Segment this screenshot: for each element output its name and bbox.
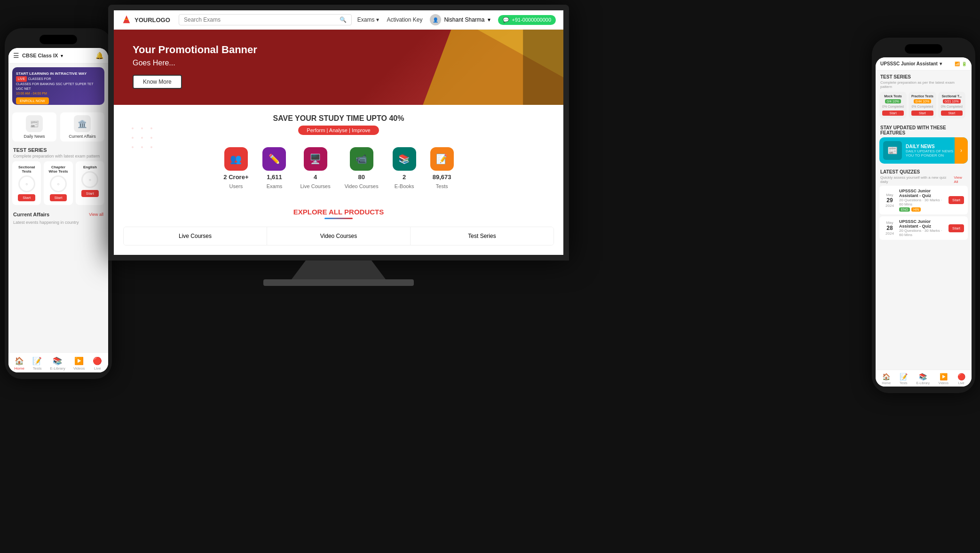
rphone-nav-home[interactable]: 🏠 Home (882, 373, 891, 385)
tests-icon: 📝 (436, 153, 448, 165)
svg-point-6 (141, 127, 143, 129)
phone-nav-videos[interactable]: ▶️ Videos (73, 356, 85, 371)
rphone-nav-elibrary[interactable]: 📚 E-Library (916, 373, 929, 385)
rphone-chevron-icon: ▾ (940, 61, 942, 66)
rphone-live-label: Live (958, 381, 964, 385)
video-courses-icon-wrap: 📹 (350, 147, 373, 171)
rphone-practice-tests-card[interactable]: Practice Tests 0/44 10% 0% Completed Sta… (909, 92, 936, 118)
quiz-2-start-btn[interactable]: Start (948, 224, 964, 232)
phone-nav-elibrary[interactable]: 📚 E-Library (50, 356, 65, 371)
svg-point-9 (141, 137, 143, 139)
left-phone: ☰ CBSE Class IX ▾ 🔔 START LEARNING IN IN… (5, 28, 112, 379)
battery-icon: 🔋 (962, 62, 967, 66)
phone-number: +91-0000000000 (512, 17, 552, 23)
live-icon: 🔴 (93, 356, 102, 365)
banner-main-text: START LEARNING IN INTRACTIVE WAY (16, 71, 101, 76)
nav-user[interactable]: 👤 Nishant Sharma ▾ (430, 14, 490, 25)
quiz-1-day: 29 (883, 197, 896, 204)
rphone-nav-live[interactable]: 🔴 Live (957, 373, 965, 385)
home-label: Home (15, 366, 24, 371)
phone-topbar: ☰ CBSE Class IX ▾ 🔔 (8, 48, 108, 63)
quiz-1-start-btn[interactable]: Start (948, 196, 964, 204)
notification-icon[interactable]: 🔔 (95, 52, 103, 59)
tests-icon-wrap: 📝 (430, 147, 454, 171)
daily-news-label: Daily News (24, 134, 45, 139)
quiz-1-date: May 29 2024 (883, 193, 896, 208)
phone-nav-home[interactable]: 🏠 Home (15, 356, 24, 371)
desktop-monitor: YOURLOGO 🔍 Exams ▾ Activation Key 👤 Nish… (108, 5, 569, 286)
mock-tests-badge: 0/4 10% (885, 99, 901, 103)
chapterwise-tests-item[interactable]: Chapter Wise Tests ○ Start (44, 161, 72, 205)
ebooks-number: 2 (403, 174, 406, 181)
enroll-now-button[interactable]: ENROLL NOW (16, 97, 49, 104)
rphone-tests-label: Tests (900, 381, 907, 385)
explore-title: EXPLORE ALL PRODUCTS (123, 208, 554, 216)
search-input[interactable] (184, 16, 337, 23)
search-bar[interactable]: 🔍 (179, 14, 352, 25)
rphone-home-label: Home (882, 381, 891, 385)
mock-start-btn[interactable]: Start (882, 111, 904, 116)
activation-key[interactable]: Activation Key (387, 16, 422, 23)
nav-phone[interactable]: 💬 +91-0000000000 (498, 15, 556, 25)
nav-exams[interactable]: Exams ▾ (357, 16, 379, 23)
quizzes-view-all[interactable]: View All (954, 175, 967, 184)
quiz-2-day: 28 (883, 225, 896, 231)
signal-icon: 📶 (955, 62, 960, 66)
quiz-1-tag-hin: HIN (911, 207, 921, 212)
sectional-tests-item[interactable]: Sectional Tests ○ Start (12, 161, 41, 205)
hero-subtitle: Goes Here... (133, 59, 545, 67)
menu-icon[interactable]: ☰ (13, 52, 19, 59)
rphone-elibrary-icon: 📚 (919, 373, 927, 380)
users-number: 2 Crore+ (223, 174, 248, 181)
sectional-start-btn[interactable]: Start (941, 111, 963, 116)
chapterwise-start-btn[interactable]: Start (50, 194, 67, 201)
rphone-home-icon: 🏠 (882, 373, 890, 380)
svg-point-5 (132, 127, 134, 129)
tab-live-courses[interactable]: Live Courses (124, 227, 267, 245)
rphone-elibrary-label: E-Library (916, 381, 929, 385)
nav-right: Exams ▾ Activation Key 👤 Nishant Sharma … (357, 14, 556, 25)
current-affairs-icon: 🏛️ (74, 115, 91, 132)
daily-news-item[interactable]: 📰 Daily News (12, 112, 56, 142)
class-selector[interactable]: CBSE Class IX (22, 53, 58, 58)
svg-point-11 (132, 146, 134, 148)
svg-point-10 (150, 137, 152, 139)
english-tests-item[interactable]: English ○ Start (76, 161, 104, 205)
video-courses-icon: 📹 (356, 153, 367, 165)
exams-icon: ✏️ (269, 153, 280, 165)
tab-video-courses[interactable]: Video Courses (267, 227, 411, 245)
rphone-selector[interactable]: UPSSSC Junior Assistant ▾ (880, 61, 942, 66)
avatar: 👤 (430, 14, 441, 25)
live-courses-icon-wrap: 🖥️ (304, 147, 327, 171)
sectional-badge: 0/21 10% (943, 99, 961, 103)
know-more-button[interactable]: Know More (133, 75, 182, 89)
tab-test-series[interactable]: Test Series (411, 227, 553, 245)
news-row: 📰 Daily News 🏛️ Current Affairs (8, 109, 108, 145)
users-icon: 👥 (230, 153, 242, 165)
banner-subjects: CLASSES FOR BANKING SSC UPTET SUPER TET … (16, 82, 101, 91)
current-affairs-item[interactable]: 🏛️ Current Affairs (60, 112, 104, 142)
rphone-mock-tests-card[interactable]: Mock Tests 0/4 10% 0% Completed Start (879, 92, 907, 118)
stat-ebooks: 📚 2 E-Books (393, 147, 416, 189)
quiz-2-meta: 20 Questions · 30 Marks · 60 Mins (899, 229, 946, 237)
ca-view-all[interactable]: View all (89, 212, 103, 217)
quiz-2-year: 2024 (883, 231, 896, 236)
rphone-daily-news-banner[interactable]: 📰 DAILY NEWS DAILY UPDATES OF NEWS FOR Y… (879, 137, 968, 164)
tests-icon: 📝 (32, 356, 42, 365)
chevron-down-icon: ▾ (61, 53, 63, 58)
explore-section: EXPLORE ALL PRODUCTS Live Courses Video … (114, 198, 563, 255)
rphone-nav-videos[interactable]: ▶️ Videos (939, 373, 948, 385)
rphone-live-icon: 🔴 (957, 373, 965, 380)
rphone-nav-tests[interactable]: 📝 Tests (900, 373, 908, 385)
svg-rect-1 (125, 19, 128, 20)
phone-nav-tests[interactable]: 📝 Tests (32, 356, 42, 371)
svg-point-8 (132, 137, 134, 139)
sectional-start-btn[interactable]: Start (18, 194, 35, 201)
rphone-sectional-card[interactable]: Sectional T... 0/21 10% 0% Completed Sta… (938, 92, 965, 118)
navbar: YOURLOGO 🔍 Exams ▾ Activation Key 👤 Nish… (114, 10, 563, 30)
rphone-videos-icon: ▶️ (940, 373, 948, 380)
phone-nav-live[interactable]: 🔴 Live (93, 356, 102, 371)
practice-start-btn[interactable]: Start (911, 111, 933, 116)
svg-point-7 (150, 127, 152, 129)
english-start-btn[interactable]: Start (81, 190, 99, 197)
